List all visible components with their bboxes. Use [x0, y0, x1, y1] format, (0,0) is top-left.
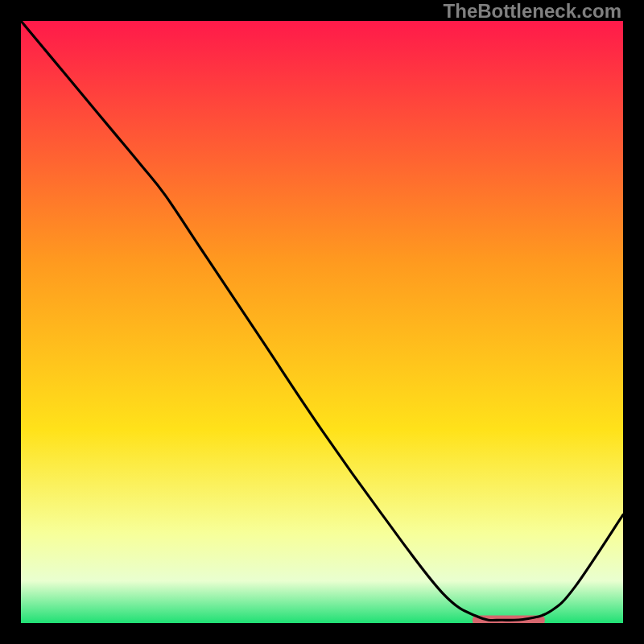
gradient-background: [21, 21, 623, 623]
chart-frame: TheBottleneck.com: [0, 0, 644, 644]
watermark-text: TheBottleneck.com: [444, 0, 621, 23]
chart-svg: [21, 21, 623, 623]
plot-area: [21, 21, 623, 623]
